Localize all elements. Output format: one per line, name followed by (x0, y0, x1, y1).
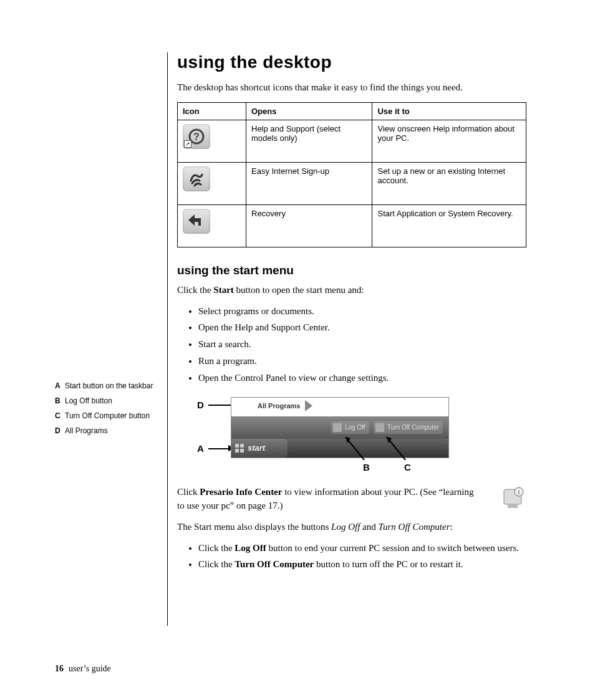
legend-text: Log Off button (65, 395, 112, 406)
icon-table: Icon Opens Use it to ? ↗ Help and Suppor… (177, 102, 526, 247)
svg-rect-11 (508, 504, 518, 508)
list-item: Start a search. (198, 338, 526, 352)
recovery-icon (183, 209, 210, 234)
subsection-heading: using the start menu (177, 264, 526, 277)
table-row: ? ↗ Help and Support (select models only… (178, 120, 526, 162)
page-footer: 16user’s guide (55, 664, 111, 674)
table-row: Easy Internet Sign-up Set up a new or an… (178, 162, 526, 204)
table-row: Recovery Start Application or System Rec… (178, 204, 526, 247)
start-bullets: Select programs or documents. Open the H… (177, 305, 526, 385)
submenu-arrow-icon (305, 400, 312, 411)
figure-legend: A Start button on the taskbar B Log Off … (55, 380, 155, 440)
start-button: start (231, 439, 288, 458)
list-item: Open the Control Panel to view or change… (198, 372, 526, 385)
legend-item: A Start button on the taskbar (55, 380, 155, 391)
legend-text: Start button on the taskbar (65, 380, 153, 391)
easy-internet-icon (183, 166, 210, 191)
table-cell-use: Start Application or System Recovery. (372, 204, 526, 247)
legend-item: C Turn Off Computer button (55, 410, 155, 421)
callout-a: A (197, 443, 204, 454)
svg-rect-2 (235, 444, 239, 448)
table-header-icon: Icon (178, 102, 246, 120)
legend-item: B Log Off button (55, 395, 155, 406)
table-cell-opens: Easy Internet Sign-up (246, 162, 372, 204)
power-icon (375, 423, 384, 432)
legend-item: D All Programs (55, 425, 155, 436)
footer-title: user’s guide (69, 664, 111, 673)
legend-label: B (55, 395, 65, 406)
table-cell-opens: Recovery (246, 204, 372, 247)
svg-rect-3 (240, 444, 244, 448)
table-header-opens: Opens (246, 102, 372, 120)
callout-b: B (363, 462, 370, 472)
shortcut-overlay-icon: ↗ (184, 140, 191, 148)
legend-text: All Programs (65, 425, 108, 436)
list-item: Click the Turn Off Computer button to tu… (198, 558, 526, 572)
list-item: Open the Help and Support Center. (198, 321, 526, 335)
page-number: 16 (55, 664, 64, 673)
end-bullets: Click the Log Off button to end your cur… (177, 542, 526, 572)
list-item: Run a program. (198, 355, 526, 368)
svg-rect-5 (240, 449, 244, 453)
svg-rect-4 (235, 449, 239, 453)
list-item: Click the Log Off button to end your cur… (198, 542, 526, 555)
table-cell-opens: Help and Support (select models only) (246, 120, 372, 162)
info-center-paragraph: Click Presario Info Center to view infor… (177, 486, 476, 513)
log-off-icon (333, 423, 342, 432)
svg-text:?: ? (193, 132, 200, 142)
legend-text: Turn Off Computer button (65, 410, 150, 421)
start-menu-figure: D A All Programs Log Off (190, 397, 458, 478)
windows-flag-icon (235, 444, 244, 453)
start-menu-also-paragraph: The Start menu also displays the buttons… (177, 520, 526, 534)
table-cell-use: View onscreen Help information about you… (372, 120, 526, 162)
table-header-useit: Use it to (372, 102, 526, 120)
table-cell-use: Set up a new or an existing Internet acc… (372, 162, 526, 204)
callout-arrow (208, 448, 228, 449)
legend-label: D (55, 425, 65, 436)
legend-label: C (55, 410, 65, 421)
start-intro: Click the Start button to open the start… (177, 284, 526, 297)
callout-arrow (339, 432, 370, 463)
info-center-icon: i (501, 486, 526, 511)
section-heading: using the desktop (177, 52, 526, 72)
callout-d: D (197, 400, 204, 410)
vertical-rule (167, 52, 168, 626)
legend-label: A (55, 380, 65, 391)
callout-c: C (404, 462, 411, 472)
intro-paragraph: The desktop has shortcut icons that make… (177, 81, 526, 95)
callout-arrow (380, 432, 412, 463)
list-item: Select programs or documents. (198, 305, 526, 319)
svg-text:i: i (518, 489, 520, 496)
help-support-icon: ? ↗ (183, 124, 210, 149)
all-programs-label: All Programs (258, 402, 300, 410)
